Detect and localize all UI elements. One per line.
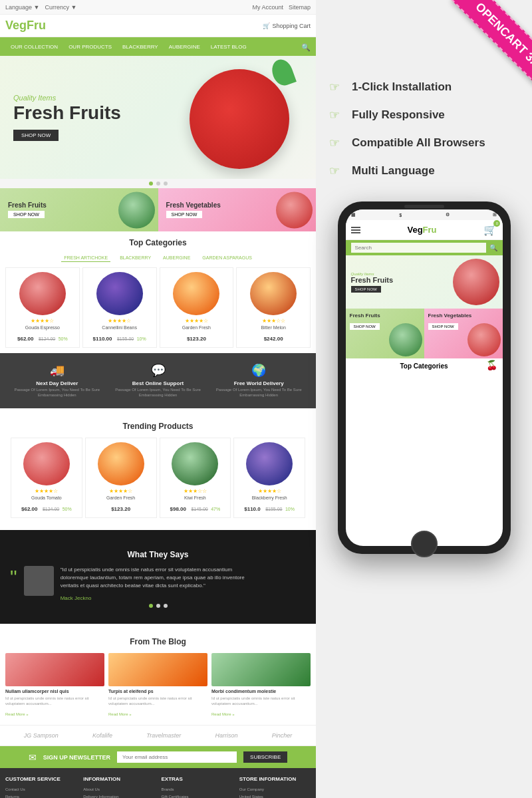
- hero-shop-now-button[interactable]: SHOP NOW: [13, 130, 59, 141]
- phone-hero-btn[interactable]: SHOP NOW: [351, 286, 381, 293]
- ribbon-label: OPENCART 3.X: [451, 0, 532, 94]
- hero-fruit-decoration: [190, 59, 296, 176]
- cart-label: Shopping Cart: [272, 23, 311, 29]
- footer-link-about[interactable]: About Us: [83, 786, 154, 793]
- footer-link-gift2[interactable]: Gift Certificates: [162, 793, 233, 798]
- trending-stars-3: ★★★☆☆: [163, 488, 228, 494]
- slider-dot-2[interactable]: [156, 182, 160, 186]
- search-icon[interactable]: 🔍: [301, 43, 311, 51]
- footer-title-1: Customer Service: [5, 776, 76, 782]
- nav-blackberry[interactable]: BLACKBERRY: [117, 37, 164, 56]
- product-image-3: [173, 272, 219, 315]
- nav-aubergine[interactable]: AUBERGINE: [164, 37, 205, 56]
- phone-promo-vegetables: Fresh Vegetables SHOP NOW: [424, 309, 503, 358]
- product-old-price-1: $124.00: [39, 336, 55, 341]
- testimonial-title: What They Says: [10, 543, 306, 566]
- trending-discount-4: 10%: [285, 507, 295, 511]
- product-stars-1: ★★★★☆: [9, 318, 76, 324]
- product-card-4: ★★★☆☆ Bitter Melon $242.00: [236, 267, 311, 348]
- testimonial-author: Mack Jeckno: [61, 595, 260, 601]
- phone-search-input[interactable]: [351, 243, 486, 253]
- feature-title-1: Next Day Deliver: [7, 380, 108, 386]
- blog-readmore-2[interactable]: Read More »: [108, 712, 132, 716]
- hamburger-menu[interactable]: [351, 227, 360, 233]
- testimonial-dot-2[interactable]: [156, 604, 160, 608]
- testimonial-dot-3[interactable]: [164, 604, 168, 608]
- newsletter-subscribe-button[interactable]: SUBSCRIBE: [243, 751, 287, 763]
- cart-icon: 🛒: [263, 23, 270, 29]
- trending-pricing-1: $62.00 $124.00 50%: [14, 501, 79, 513]
- trending-price-4: $110.0: [244, 506, 260, 512]
- my-account-link[interactable]: My Account: [252, 4, 283, 11]
- product-pricing-1: $62.00 $124.00 50%: [9, 331, 76, 343]
- footer-link-contact[interactable]: Contact Us: [5, 786, 76, 793]
- slider-dot-3[interactable]: [164, 182, 168, 186]
- phone-cart-badge: 0: [493, 220, 500, 227]
- footer-link-returns[interactable]: Returns: [5, 793, 76, 798]
- opencart-ribbon: OPENCART 3.X: [419, 0, 532, 126]
- footer-link-company[interactable]: Our Company: [239, 786, 311, 793]
- promo-vegetables-image: [276, 192, 313, 228]
- support-icon: 💬: [108, 363, 209, 378]
- product-stars-4: ★★★☆☆: [239, 318, 307, 324]
- trending-pricing-4: $110.0 $155.00 10%: [237, 501, 302, 513]
- blog-excerpt-3: Id ut perspiciatis unde omnis iste natus…: [211, 696, 311, 707]
- phone-home-button[interactable]: [411, 531, 438, 557]
- footer-link-brands[interactable]: Brands: [162, 786, 233, 793]
- trending-section-title: Trending Products: [5, 415, 311, 438]
- testimonial-dot-1[interactable]: [149, 604, 153, 608]
- product-discount-2: 10%: [137, 336, 146, 341]
- nav-latest-blog[interactable]: LATEST BLOG: [205, 37, 252, 56]
- currency-selector[interactable]: Currency ▼: [45, 4, 76, 11]
- browsers-icon: ☞: [329, 136, 344, 150]
- trending-price-1: $62.00: [21, 506, 37, 512]
- phone-promo-vegetables-btn[interactable]: SHOP NOW: [428, 323, 458, 330]
- feature-desc-2: Passage Of Lorem Ipsum, You Need To Be S…: [108, 388, 209, 398]
- slider-dot-1[interactable]: [149, 182, 153, 186]
- nav-our-collection[interactable]: OUR COLLECTION: [5, 37, 63, 56]
- phone-cart[interactable]: 🛒 0: [483, 223, 497, 236]
- phone-categories-title: Top Categories: [346, 358, 503, 374]
- brand-2: Kofalife: [92, 732, 112, 739]
- blog-readmore-3[interactable]: Read More »: [211, 712, 235, 716]
- phone-screen: ▦ $ ⚙ ⊞ VegFru 🛒 0: [346, 209, 503, 546]
- testimonial-avatar: [24, 566, 54, 596]
- blog-image-1: [5, 653, 104, 686]
- phone-promo-fruits-btn[interactable]: SHOP NOW: [350, 323, 380, 330]
- promo-fruits-btn[interactable]: SHOP NOW: [8, 211, 45, 218]
- site-logo[interactable]: VegFru: [5, 19, 46, 33]
- phone-dollar-icon: $: [399, 213, 402, 217]
- hero-quality-text: Quality Items: [13, 94, 121, 102]
- product-name-1: Gouda Espresso: [9, 325, 76, 330]
- header-icons: 🛒 Shopping Cart: [263, 23, 311, 29]
- sitemap-link[interactable]: Sitemap: [289, 4, 311, 11]
- nav-our-products[interactable]: OUR PRODUCTS: [63, 37, 117, 56]
- blog-card-3: Morbi condimentum molestie Id ut perspic…: [211, 653, 311, 719]
- tab-blackberry[interactable]: BLACKBERRY: [117, 254, 154, 262]
- footer-col-customer-service: Customer Service Contact Us Returns Gift…: [5, 776, 76, 798]
- product-image-2: [96, 272, 143, 315]
- phone-promo-vegetables-title: Fresh Vegetables: [428, 313, 499, 319]
- feature-label-4: Multi Language: [352, 164, 435, 178]
- product-price-1: $62.00: [17, 336, 33, 342]
- tab-aubergine[interactable]: AUBERGINE: [160, 254, 193, 262]
- tab-garden-asparagus[interactable]: GARDEN ASPARAGUS: [200, 254, 255, 262]
- footer-title-3: Extras: [162, 776, 233, 782]
- cart-button[interactable]: 🛒 Shopping Cart: [263, 23, 311, 29]
- language-selector[interactable]: Language ▼: [5, 4, 39, 11]
- categories-products-grid: ★★★★☆ Gouda Espresso $62.00 $124.00 50% …: [0, 267, 316, 353]
- hero-banner: Quality Items Fresh Fruits SHOP NOW: [0, 56, 316, 179]
- promo-fruits-text: Fresh Fruits SHOP NOW: [8, 201, 47, 218]
- promo-vegetables-btn[interactable]: SHOP NOW: [166, 211, 203, 218]
- footer-link-location[interactable]: United States: [239, 793, 311, 798]
- footer-link-delivery[interactable]: Delivery Information: [83, 793, 154, 798]
- testimonial-text-block: "Id ut perspiciatis unde omnis iste natu…: [61, 566, 260, 601]
- phone-hero-fruit: [453, 259, 499, 305]
- phone-search-icon[interactable]: 🔍: [489, 244, 497, 251]
- promo-fruits-image: [118, 192, 155, 228]
- newsletter-email-input[interactable]: [117, 751, 237, 763]
- trending-pricing-2: $123.20: [88, 501, 154, 513]
- blog-readmore-1[interactable]: Read More »: [5, 712, 29, 716]
- phone-promo-fruits-title: Fresh Fruits: [350, 313, 420, 319]
- tab-fresh-artichoke[interactable]: FRESH ARTICHOKE: [61, 254, 110, 262]
